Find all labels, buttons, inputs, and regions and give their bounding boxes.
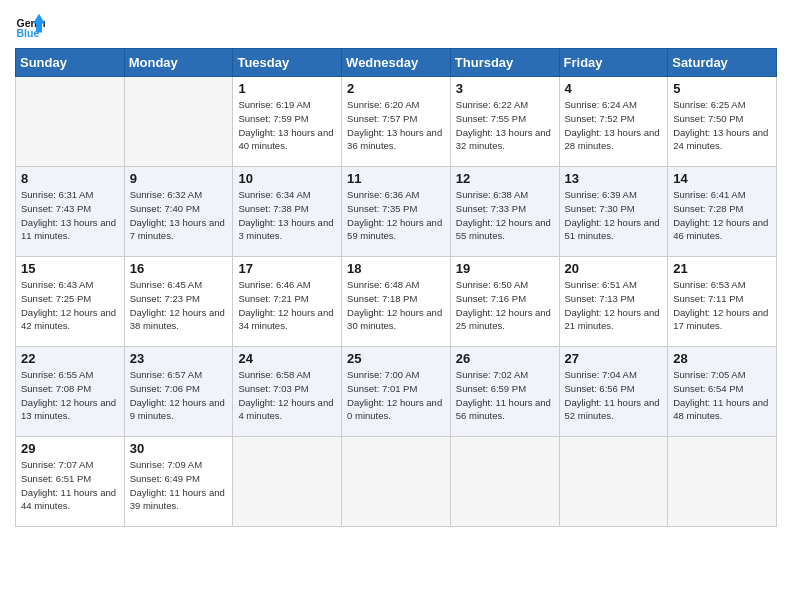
calendar-week-row: 1Sunrise: 6:19 AMSunset: 7:59 PMDaylight…	[16, 77, 777, 167]
day-number: 10	[238, 171, 336, 186]
day-info: Sunrise: 7:09 AMSunset: 6:49 PMDaylight:…	[130, 458, 228, 513]
day-info: Sunrise: 6:39 AMSunset: 7:30 PMDaylight:…	[565, 188, 663, 243]
day-info: Sunrise: 6:32 AMSunset: 7:40 PMDaylight:…	[130, 188, 228, 243]
calendar-day-cell: 15Sunrise: 6:43 AMSunset: 7:25 PMDayligh…	[16, 257, 125, 347]
calendar-day-cell	[124, 77, 233, 167]
day-number: 9	[130, 171, 228, 186]
logo: General Blue	[15, 10, 45, 40]
calendar-day-cell	[668, 437, 777, 527]
day-number: 15	[21, 261, 119, 276]
calendar-day-cell: 22Sunrise: 6:55 AMSunset: 7:08 PMDayligh…	[16, 347, 125, 437]
calendar-day-cell: 8Sunrise: 6:31 AMSunset: 7:43 PMDaylight…	[16, 167, 125, 257]
calendar-day-cell: 19Sunrise: 6:50 AMSunset: 7:16 PMDayligh…	[450, 257, 559, 347]
day-number: 25	[347, 351, 445, 366]
calendar-day-cell: 4Sunrise: 6:24 AMSunset: 7:52 PMDaylight…	[559, 77, 668, 167]
day-number: 29	[21, 441, 119, 456]
day-info: Sunrise: 6:58 AMSunset: 7:03 PMDaylight:…	[238, 368, 336, 423]
calendar-day-cell: 3Sunrise: 6:22 AMSunset: 7:55 PMDaylight…	[450, 77, 559, 167]
day-number: 26	[456, 351, 554, 366]
calendar-day-cell: 5Sunrise: 6:25 AMSunset: 7:50 PMDaylight…	[668, 77, 777, 167]
day-number: 22	[21, 351, 119, 366]
day-number: 21	[673, 261, 771, 276]
calendar-day-cell: 24Sunrise: 6:58 AMSunset: 7:03 PMDayligh…	[233, 347, 342, 437]
weekday-header: Monday	[124, 49, 233, 77]
day-info: Sunrise: 6:50 AMSunset: 7:16 PMDaylight:…	[456, 278, 554, 333]
day-number: 1	[238, 81, 336, 96]
day-number: 23	[130, 351, 228, 366]
day-info: Sunrise: 6:51 AMSunset: 7:13 PMDaylight:…	[565, 278, 663, 333]
calendar-day-cell: 17Sunrise: 6:46 AMSunset: 7:21 PMDayligh…	[233, 257, 342, 347]
day-number: 12	[456, 171, 554, 186]
day-info: Sunrise: 6:19 AMSunset: 7:59 PMDaylight:…	[238, 98, 336, 153]
calendar-week-row: 29Sunrise: 7:07 AMSunset: 6:51 PMDayligh…	[16, 437, 777, 527]
calendar-day-cell: 1Sunrise: 6:19 AMSunset: 7:59 PMDaylight…	[233, 77, 342, 167]
calendar-day-cell: 25Sunrise: 7:00 AMSunset: 7:01 PMDayligh…	[342, 347, 451, 437]
day-info: Sunrise: 6:24 AMSunset: 7:52 PMDaylight:…	[565, 98, 663, 153]
calendar-day-cell: 23Sunrise: 6:57 AMSunset: 7:06 PMDayligh…	[124, 347, 233, 437]
day-info: Sunrise: 7:05 AMSunset: 6:54 PMDaylight:…	[673, 368, 771, 423]
calendar-day-cell: 12Sunrise: 6:38 AMSunset: 7:33 PMDayligh…	[450, 167, 559, 257]
calendar-day-cell: 20Sunrise: 6:51 AMSunset: 7:13 PMDayligh…	[559, 257, 668, 347]
day-number: 3	[456, 81, 554, 96]
day-info: Sunrise: 6:20 AMSunset: 7:57 PMDaylight:…	[347, 98, 445, 153]
day-info: Sunrise: 7:02 AMSunset: 6:59 PMDaylight:…	[456, 368, 554, 423]
calendar-day-cell: 16Sunrise: 6:45 AMSunset: 7:23 PMDayligh…	[124, 257, 233, 347]
day-number: 19	[456, 261, 554, 276]
day-number: 13	[565, 171, 663, 186]
calendar-day-cell: 11Sunrise: 6:36 AMSunset: 7:35 PMDayligh…	[342, 167, 451, 257]
day-info: Sunrise: 6:36 AMSunset: 7:35 PMDaylight:…	[347, 188, 445, 243]
day-number: 8	[21, 171, 119, 186]
day-number: 18	[347, 261, 445, 276]
calendar-day-cell: 10Sunrise: 6:34 AMSunset: 7:38 PMDayligh…	[233, 167, 342, 257]
calendar-day-cell: 9Sunrise: 6:32 AMSunset: 7:40 PMDaylight…	[124, 167, 233, 257]
weekday-header: Thursday	[450, 49, 559, 77]
day-info: Sunrise: 6:38 AMSunset: 7:33 PMDaylight:…	[456, 188, 554, 243]
calendar-day-cell: 13Sunrise: 6:39 AMSunset: 7:30 PMDayligh…	[559, 167, 668, 257]
weekday-header: Saturday	[668, 49, 777, 77]
day-number: 16	[130, 261, 228, 276]
day-number: 27	[565, 351, 663, 366]
calendar-day-cell: 14Sunrise: 6:41 AMSunset: 7:28 PMDayligh…	[668, 167, 777, 257]
calendar-day-cell: 26Sunrise: 7:02 AMSunset: 6:59 PMDayligh…	[450, 347, 559, 437]
calendar-table: SundayMondayTuesdayWednesdayThursdayFrid…	[15, 48, 777, 527]
day-number: 14	[673, 171, 771, 186]
day-info: Sunrise: 6:45 AMSunset: 7:23 PMDaylight:…	[130, 278, 228, 333]
calendar-day-cell	[450, 437, 559, 527]
day-info: Sunrise: 6:31 AMSunset: 7:43 PMDaylight:…	[21, 188, 119, 243]
calendar-day-cell: 27Sunrise: 7:04 AMSunset: 6:56 PMDayligh…	[559, 347, 668, 437]
day-info: Sunrise: 6:22 AMSunset: 7:55 PMDaylight:…	[456, 98, 554, 153]
day-info: Sunrise: 6:53 AMSunset: 7:11 PMDaylight:…	[673, 278, 771, 333]
calendar-day-cell	[16, 77, 125, 167]
logo-icon: General Blue	[15, 10, 45, 40]
day-number: 11	[347, 171, 445, 186]
day-number: 30	[130, 441, 228, 456]
calendar-day-cell: 28Sunrise: 7:05 AMSunset: 6:54 PMDayligh…	[668, 347, 777, 437]
day-info: Sunrise: 6:48 AMSunset: 7:18 PMDaylight:…	[347, 278, 445, 333]
calendar-day-cell: 2Sunrise: 6:20 AMSunset: 7:57 PMDaylight…	[342, 77, 451, 167]
day-info: Sunrise: 7:04 AMSunset: 6:56 PMDaylight:…	[565, 368, 663, 423]
day-info: Sunrise: 7:07 AMSunset: 6:51 PMDaylight:…	[21, 458, 119, 513]
day-info: Sunrise: 6:55 AMSunset: 7:08 PMDaylight:…	[21, 368, 119, 423]
weekday-header: Wednesday	[342, 49, 451, 77]
calendar-day-cell	[559, 437, 668, 527]
page-header: General Blue	[15, 10, 777, 40]
calendar-day-cell: 18Sunrise: 6:48 AMSunset: 7:18 PMDayligh…	[342, 257, 451, 347]
calendar-day-cell: 30Sunrise: 7:09 AMSunset: 6:49 PMDayligh…	[124, 437, 233, 527]
weekday-header: Sunday	[16, 49, 125, 77]
calendar-header-row: SundayMondayTuesdayWednesdayThursdayFrid…	[16, 49, 777, 77]
day-number: 5	[673, 81, 771, 96]
calendar-week-row: 15Sunrise: 6:43 AMSunset: 7:25 PMDayligh…	[16, 257, 777, 347]
day-info: Sunrise: 6:43 AMSunset: 7:25 PMDaylight:…	[21, 278, 119, 333]
day-number: 17	[238, 261, 336, 276]
weekday-header: Friday	[559, 49, 668, 77]
svg-text:Blue: Blue	[17, 27, 40, 39]
day-info: Sunrise: 6:46 AMSunset: 7:21 PMDaylight:…	[238, 278, 336, 333]
day-number: 28	[673, 351, 771, 366]
day-number: 2	[347, 81, 445, 96]
calendar-week-row: 8Sunrise: 6:31 AMSunset: 7:43 PMDaylight…	[16, 167, 777, 257]
calendar-day-cell	[233, 437, 342, 527]
day-info: Sunrise: 6:57 AMSunset: 7:06 PMDaylight:…	[130, 368, 228, 423]
day-number: 4	[565, 81, 663, 96]
day-info: Sunrise: 6:25 AMSunset: 7:50 PMDaylight:…	[673, 98, 771, 153]
calendar-day-cell	[342, 437, 451, 527]
